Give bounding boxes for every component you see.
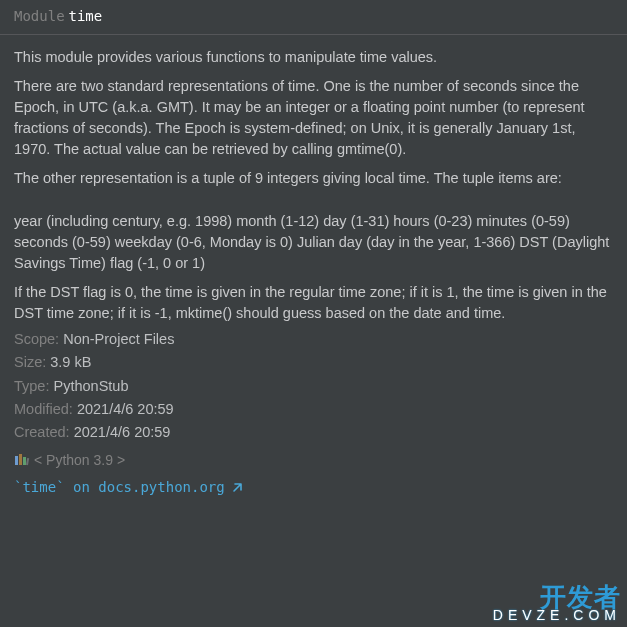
doc-body: This module provides various functions t… [0, 35, 627, 324]
doc-paragraph: There are two standard representations o… [14, 76, 615, 160]
meta-value: 2021/4/6 20:59 [74, 424, 171, 440]
meta-created: Created: 2021/4/6 20:59 [14, 421, 615, 444]
meta-value: 3.9 kB [50, 354, 91, 370]
meta-type: Type: PythonStub [14, 375, 615, 398]
library-icon [14, 452, 30, 468]
doc-paragraph: year (including century, e.g. 1998) mont… [14, 211, 615, 274]
doc-header: Module time [0, 0, 627, 35]
meta-label: Modified: [14, 401, 73, 417]
doc-metadata: Scope: Non-Project Files Size: 3.9 kB Ty… [0, 328, 627, 444]
sdk-location-row: < Python 3.9 > [0, 446, 627, 468]
svg-rect-3 [26, 458, 29, 465]
doc-paragraph: If the DST flag is 0, the time is given … [14, 282, 615, 324]
sdk-name: < Python 3.9 > [34, 452, 125, 468]
meta-label: Created: [14, 424, 70, 440]
meta-label: Type: [14, 378, 49, 394]
header-keyword: Module [14, 8, 65, 24]
meta-label: Scope: [14, 331, 59, 347]
external-docs-link[interactable]: `time` on docs.python.org [14, 479, 243, 495]
watermark: 开发者 DEVZE.COM [493, 586, 621, 623]
doc-paragraph: The other representation is a tuple of 9… [14, 168, 615, 189]
svg-rect-2 [23, 457, 26, 465]
doc-paragraph: This module provides various functions t… [14, 47, 615, 68]
meta-modified: Modified: 2021/4/6 20:59 [14, 398, 615, 421]
header-module-name: time [68, 8, 102, 24]
link-text: `time` on docs.python.org [14, 479, 225, 495]
meta-scope: Scope: Non-Project Files [14, 328, 615, 351]
external-link-icon [231, 481, 243, 493]
meta-label: Size: [14, 354, 46, 370]
svg-rect-0 [15, 456, 18, 465]
meta-value: Non-Project Files [63, 331, 174, 347]
meta-value: 2021/4/6 20:59 [77, 401, 174, 417]
meta-value: PythonStub [54, 378, 129, 394]
watermark-subtext: DEVZE.COM [493, 607, 621, 623]
external-link-row: `time` on docs.python.org [0, 468, 627, 496]
svg-rect-1 [19, 454, 22, 465]
meta-size: Size: 3.9 kB [14, 351, 615, 374]
watermark-text: 开发者 [493, 586, 621, 609]
documentation-panel: Module time This module provides various… [0, 0, 627, 627]
